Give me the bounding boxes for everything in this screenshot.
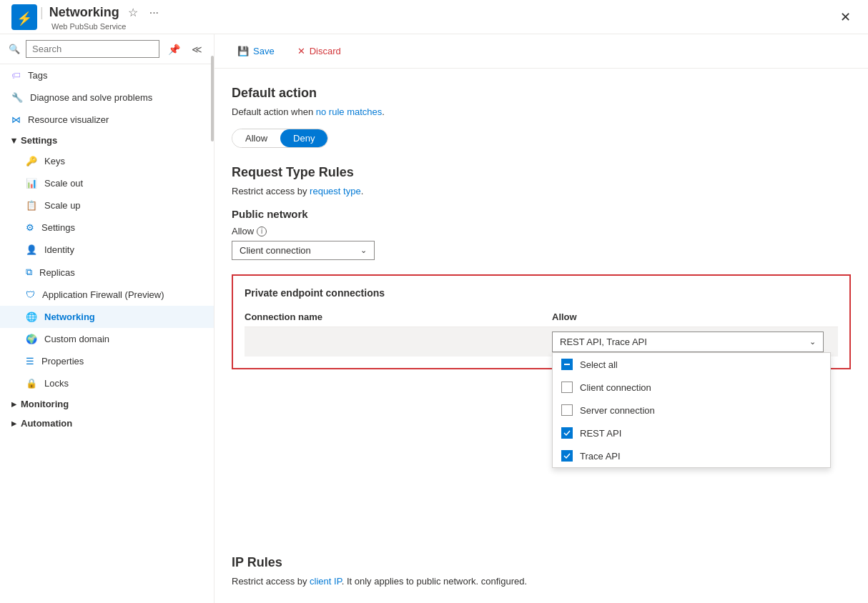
ip-rules-section: IP Rules Restrict access by client IP. I… [232,555,851,603]
ip-table-header: CIDR or Service Tag Action [232,598,851,603]
sidebar-search-area: 🔍 📌 ≪ [0,34,214,64]
sidebar-item-label: Scale up [44,200,81,211]
scale-out-icon: 📊 [26,178,37,189]
sidebar-item-replicas[interactable]: ⧉ Replicas [0,261,214,284]
dropdown-item-server-connection[interactable]: Server connection [553,399,830,422]
allow-toggle[interactable]: Allow [232,129,280,147]
close-button[interactable]: ✕ [834,6,857,28]
chevron-down-icon: ▾ [11,135,16,146]
dropdown-item-label: Select all [580,359,618,370]
pin-button[interactable]: 📌 [165,41,183,58]
sidebar-section-settings[interactable]: ▾ Settings [0,131,214,150]
ip-rules-title: IP Rules [232,555,851,570]
sidebar-item-label: Replicas [39,267,75,278]
request-type-rules-desc: Restrict access by request type. [232,186,851,196]
private-endpoint-title: Private endpoint connections [245,287,838,299]
dropdown-item-label: Trace API [580,451,621,462]
sidebar-item-label: Locks [44,378,69,389]
public-network-dropdown[interactable]: Client connection ⌄ [232,241,375,260]
properties-icon: ☰ [26,356,34,367]
sidebar-item-custom-domain[interactable]: 🌍 Custom domain [0,328,214,350]
domain-icon: 🌍 [26,334,37,344]
sidebar-item-label: Keys [44,156,65,166]
discard-icon: ✕ [297,46,305,56]
sidebar-item-label: Networking [44,312,95,322]
dropdown-chevron-icon: ⌄ [360,246,367,255]
content-area: 💾 Save ✕ Discard Default action Default … [214,34,868,603]
svg-rect-2 [564,364,570,365]
sidebar-item-settings[interactable]: ⚙ Settings [0,216,214,239]
settings-icon: ⚙ [26,222,34,233]
trace-api-checkbox[interactable] [561,450,573,462]
favorite-button[interactable]: ☆ [125,3,141,22]
sidebar-item-tags[interactable]: 🏷 Tags [0,64,214,86]
azure-logo-icon: ⚡ [11,4,37,30]
header-title-group: | Networking ☆ ··· Web PubSub Service [40,3,162,31]
sidebar-item-resource-visualizer[interactable]: ⋈ Resource visualizer [0,109,214,131]
default-action-section: Default action Default action when no ru… [232,86,851,148]
public-network-title: Public network [232,208,851,220]
sidebar-section-monitoring[interactable]: ▸ Monitoring [0,394,214,414]
sidebar-item-app-firewall[interactable]: 🛡 Application Firewall (Preview) [0,284,214,306]
sidebar-item-locks[interactable]: 🔒 Locks [0,372,214,394]
allow-dropdown[interactable]: REST API, Trace API ⌄ [552,332,824,352]
key-icon: 🔑 [26,156,37,166]
header-divider: | [40,5,44,20]
sidebar-item-label: Settings [41,222,75,233]
lock-icon: 🔒 [26,378,37,389]
server-connection-checkbox[interactable] [561,404,573,416]
sidebar-item-properties[interactable]: ☰ Properties [0,350,214,372]
col-connection-name: Connection name [245,312,552,322]
dropdown-value: Client connection [240,245,311,256]
wrench-icon: 🔧 [11,92,23,103]
dropdown-item-client-connection[interactable]: Client connection [553,376,830,399]
sidebar-item-identity[interactable]: 👤 Identity [0,239,214,261]
client-connection-checkbox[interactable] [561,382,573,393]
col-allow-header: Allow [552,312,838,322]
allow-dropdown-menu: Select all Client connection Server conn… [552,352,831,468]
sidebar-item-label: Diagnose and solve problems [30,92,152,103]
sidebar-item-label: Tags [28,70,47,81]
sidebar-section-label: Settings [21,135,57,146]
private-endpoint-table-header: Connection name Allow [245,307,838,327]
sidebar-item-label: Custom domain [44,334,109,344]
sidebar-item-scale-up[interactable]: 📋 Scale up [0,194,214,216]
dropdown-item-label: REST API [580,428,621,439]
sidebar-item-scale-out[interactable]: 📊 Scale out [0,172,214,194]
discard-button[interactable]: ✕ Discard [292,43,347,59]
dropdown-item-trace-api[interactable]: Trace API [553,444,830,467]
sidebar-item-diagnose[interactable]: 🔧 Diagnose and solve problems [0,86,214,109]
dropdown-item-select-all[interactable]: Select all [553,353,830,376]
identity-icon: 👤 [26,244,37,255]
default-action-desc: Default action when no rule matches. [232,106,851,117]
sidebar-section-label: Automation [21,418,72,429]
toolbar: 💾 Save ✕ Discard [214,34,868,69]
sidebar-item-label: Scale out [44,178,83,189]
request-type-link[interactable]: request type [310,186,361,196]
sidebar-item-keys[interactable]: 🔑 Keys [0,150,214,172]
dropdown-item-rest-api[interactable]: REST API [553,422,830,444]
collapse-button[interactable]: ≪ [189,41,205,58]
search-input[interactable] [26,40,159,58]
networking-icon: 🌐 [26,312,37,322]
client-ip-link[interactable]: client IP [310,576,342,587]
sidebar-item-label: Application Firewall (Preview) [42,289,164,300]
svg-text:⚡: ⚡ [16,11,33,26]
default-action-title: Default action [232,86,851,101]
sidebar-section-label: Monitoring [21,399,69,409]
more-options-button[interactable]: ··· [147,4,162,22]
no-rule-matches-link[interactable]: no rule matches [316,106,383,117]
info-icon[interactable]: i [257,226,267,236]
ip-rules-desc: Restrict access by client IP. It only ap… [232,576,851,587]
sidebar-scrollbar[interactable] [209,34,214,603]
scale-up-icon: 📋 [26,200,37,211]
rest-api-checkbox[interactable] [561,427,573,439]
deny-toggle[interactable]: Deny [280,129,327,147]
sidebar-section-automation[interactable]: ▸ Automation [0,414,214,433]
save-button[interactable]: 💾 Save [232,43,280,59]
select-all-checkbox[interactable] [561,359,573,370]
sidebar-item-label: Properties [41,356,84,367]
firewall-icon: 🛡 [26,289,35,300]
allow-dropdown-cell: REST API, Trace API ⌄ Select all [552,332,838,352]
sidebar-item-networking[interactable]: 🌐 Networking [0,306,214,328]
